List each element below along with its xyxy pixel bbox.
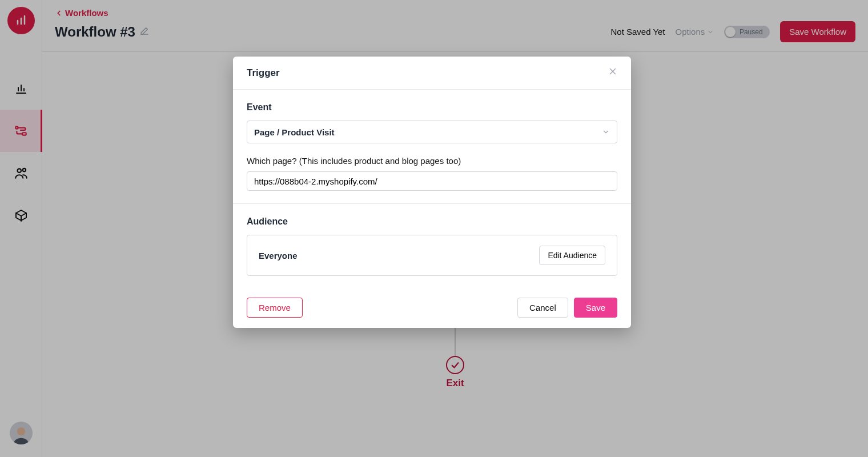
event-select-value: Page / Product Visit (254, 127, 335, 137)
event-select[interactable]: Page / Product Visit (247, 121, 617, 143)
save-button[interactable]: Save (574, 298, 617, 318)
modal-header: Trigger (233, 57, 631, 90)
remove-button[interactable]: Remove (247, 298, 303, 318)
audience-box: Everyone Edit Audience (247, 235, 617, 276)
modal-footer: Remove Cancel Save (233, 290, 631, 328)
modal-body: Event Page / Product Visit Which page? (… (233, 90, 631, 290)
chevron-down-icon (602, 128, 610, 136)
section-divider (233, 203, 631, 204)
event-section-label: Event (247, 102, 617, 113)
edit-audience-button[interactable]: Edit Audience (539, 246, 605, 265)
page-question-label: Which page? (This includes product and b… (247, 156, 617, 166)
page-url-input[interactable] (247, 171, 617, 191)
trigger-modal: Trigger Event Page / Product Visit Which… (233, 57, 631, 328)
cancel-button[interactable]: Cancel (517, 298, 568, 318)
close-icon (608, 67, 617, 76)
modal-title: Trigger (247, 67, 280, 79)
modal-close-button[interactable] (608, 67, 617, 79)
audience-value: Everyone (259, 251, 298, 260)
audience-section-label: Audience (247, 217, 617, 227)
